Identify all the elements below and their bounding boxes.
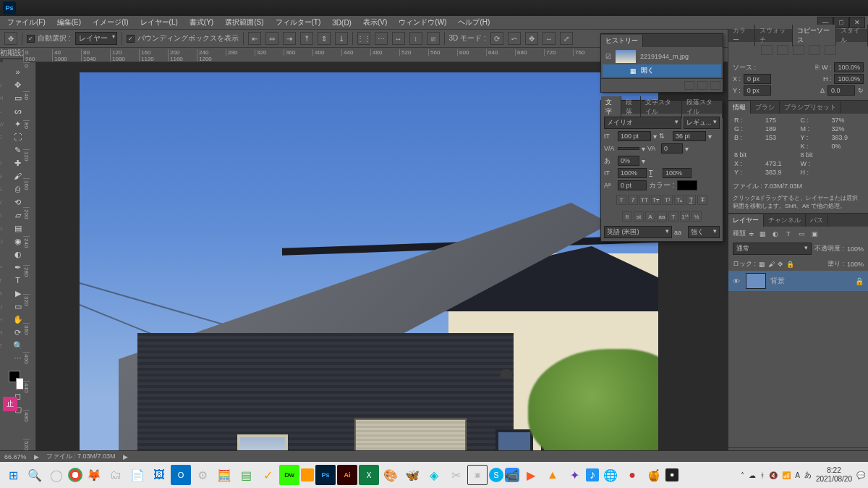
menu-filter[interactable]: フィルター(T) — [271, 16, 326, 29]
illustrator-icon[interactable]: Ai — [337, 465, 357, 485]
color-tab[interactable]: カラー — [728, 25, 755, 46]
clone-source-2-icon[interactable] — [777, 45, 788, 55]
new-snapshot-icon[interactable] — [697, 81, 707, 90]
record-icon[interactable]: ● — [622, 465, 642, 485]
excel-icon[interactable]: X — [359, 465, 379, 485]
settings-icon[interactable]: ⚙ — [192, 465, 213, 485]
3d-scale-icon[interactable]: ⤢ — [560, 32, 573, 45]
menu-type[interactable]: 書式(Y) — [185, 16, 218, 29]
auto-select-checkbox[interactable]: ✓ 自動選択 : — [27, 33, 71, 43]
channels-tab[interactable]: チャンネル — [764, 214, 806, 227]
menu-view[interactable]: 表示(V) — [359, 16, 391, 29]
auto-align-icon[interactable]: ⎚ — [427, 32, 440, 45]
chrome-icon[interactable] — [68, 468, 82, 482]
lock-all-icon[interactable]: 🔒 — [786, 261, 794, 268]
blend-mode-dropdown[interactable]: 通常▾ — [733, 243, 812, 255]
y-input[interactable]: 0 px — [744, 85, 771, 96]
fill-input[interactable]: 100% — [847, 261, 864, 268]
notification-icon[interactable]: 💬 — [856, 471, 865, 479]
allcaps-icon[interactable]: TT — [639, 195, 650, 205]
history-tab[interactable]: ヒストリー — [601, 35, 643, 47]
arrow-icon[interactable]: ▶ — [123, 453, 128, 460]
delete-icon[interactable] — [710, 81, 720, 90]
outlook-icon[interactable]: O — [171, 465, 191, 485]
paths-tab[interactable]: パス — [806, 214, 828, 227]
smallcaps-icon[interactable]: Tᴛ — [651, 195, 661, 205]
lock-position-icon[interactable]: ✥ — [778, 261, 783, 268]
reset-icon[interactable]: ↻ — [858, 87, 864, 94]
history-step[interactable]: ▦ 開く — [603, 64, 721, 77]
ot-1st-icon[interactable]: 1ˢᵗ — [680, 211, 690, 222]
layer-name[interactable]: 背景 — [770, 276, 785, 286]
menu-image[interactable]: イメージ(I) — [88, 16, 132, 29]
media-icon[interactable]: ▶ — [521, 465, 541, 485]
clone-source-1-icon[interactable] — [761, 45, 773, 55]
swatch-tab[interactable]: スウォッチ — [755, 25, 793, 46]
v-scale-input[interactable]: 100% — [618, 168, 647, 178]
vlc-icon[interactable]: ▲ — [542, 465, 563, 485]
notepad-icon[interactable]: 📄 — [127, 465, 148, 485]
leading-input[interactable]: 36 pt — [673, 131, 706, 141]
align-top-icon[interactable]: ⤒ — [300, 32, 313, 45]
brush-preset-tab[interactable]: ブラシプリセット — [780, 101, 841, 114]
history-snapshot[interactable]: ☑ 22191944_m.jpg — [603, 49, 721, 64]
opacity-input[interactable]: 100% — [847, 245, 864, 253]
ot-fi-icon[interactable]: fi — [622, 211, 632, 222]
layer-row[interactable]: 👁 背景 🔒 — [728, 271, 868, 291]
distribute-v-icon[interactable]: ⋯ — [375, 32, 388, 45]
skype-icon[interactable]: S — [489, 468, 503, 482]
menu-help[interactable]: ヘルプ(H) — [454, 16, 494, 29]
style-tab[interactable]: スタイル — [836, 25, 868, 46]
tray-ime-icon[interactable]: A — [795, 471, 800, 479]
tray-wifi-icon[interactable]: 📶 — [782, 471, 791, 479]
menu-layer[interactable]: レイヤー(L) — [136, 16, 182, 29]
tray-chevron-icon[interactable]: ˄ — [741, 471, 744, 479]
filter-adjust-icon[interactable]: ◐ — [770, 230, 780, 238]
app3-icon[interactable]: 🍯 — [644, 465, 664, 485]
menu-window[interactable]: ウィンドウ(W) — [394, 16, 451, 29]
paint-icon[interactable]: 🎨 — [380, 465, 401, 485]
canvas[interactable] — [80, 72, 658, 458]
move-tool-indicator-icon[interactable]: ✥ — [4, 32, 17, 45]
link-icon[interactable]: ⎘ — [815, 64, 819, 71]
align-center-v-icon[interactable]: ⇕ — [318, 32, 331, 45]
align-center-h-icon[interactable]: ⇔ — [265, 32, 278, 45]
firefox-icon[interactable]: 🦊 — [84, 465, 104, 485]
ot-st-icon[interactable]: st — [634, 211, 644, 222]
music-icon[interactable]: ♪ — [586, 468, 599, 481]
font-style-dropdown[interactable]: レギュ...▾ — [684, 117, 720, 129]
zoom-icon[interactable]: 📹 — [505, 468, 519, 482]
clone-source-4-icon[interactable] — [809, 45, 820, 55]
app-icon[interactable]: ◈ — [424, 465, 444, 485]
tray-volume-icon[interactable]: 🔇 — [769, 471, 778, 479]
filter-pixel-icon[interactable]: ▦ — [757, 230, 767, 238]
history-panel[interactable]: ヒストリー ☑ 22191944_m.jpg ▦ 開く — [600, 33, 723, 93]
para-style-tab[interactable]: 段落スタイル — [682, 96, 723, 118]
filter-shape-icon[interactable]: ▭ — [796, 230, 807, 238]
tracking-input[interactable]: 0 — [661, 143, 683, 153]
font-size-input[interactable]: 100 pt — [618, 131, 651, 141]
bold-icon[interactable]: T — [616, 195, 626, 205]
sublime-icon[interactable] — [301, 468, 314, 481]
filter-smart-icon[interactable]: ▣ — [809, 230, 820, 238]
todo-icon[interactable]: ✓ — [258, 465, 278, 485]
app2-icon[interactable]: ✦ — [564, 465, 584, 485]
lock-pixel-icon[interactable]: 🖌 — [768, 261, 775, 268]
subscript-icon[interactable]: T₁ — [674, 195, 684, 205]
ruler-vertical[interactable]: 0408012016020024028032036040044048052056… — [23, 62, 36, 462]
calculator-icon[interactable]: 🧮 — [214, 465, 234, 485]
h-scale-input[interactable]: 100% — [663, 168, 692, 178]
antialias-dropdown[interactable]: 強く▾ — [688, 226, 720, 238]
task-view-icon[interactable]: ◯ — [46, 465, 67, 485]
terminal-icon[interactable]: ▪ — [665, 468, 678, 481]
font-family-dropdown[interactable]: メイリオ▾ — [604, 117, 681, 129]
angle-input[interactable]: 0.0 — [827, 85, 855, 96]
arrow-icon[interactable]: ▶ — [34, 453, 39, 460]
underline-icon[interactable]: T̲ — [686, 195, 696, 205]
explorer-icon[interactable]: 🗂 — [106, 465, 126, 485]
superscript-icon[interactable]: T¹ — [663, 195, 673, 205]
menu-3d[interactable]: 3D(D) — [328, 17, 356, 28]
snip-icon[interactable]: ✂ — [446, 465, 466, 485]
copysource-tab[interactable]: コピーソース — [793, 25, 836, 46]
brush-tab[interactable]: ブラシ — [751, 101, 780, 114]
